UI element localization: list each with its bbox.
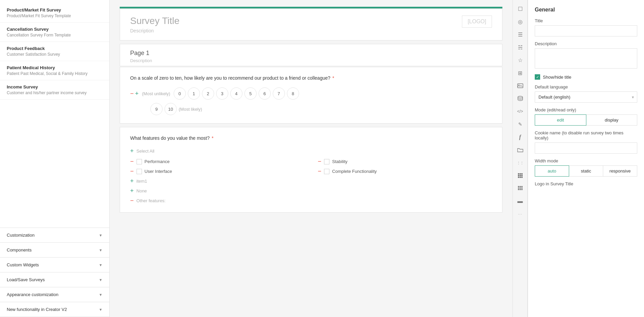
select-all-plus[interactable]: + (130, 148, 134, 155)
svg-rect-6 (518, 175, 519, 176)
cookie-name-label: Cookie name (to disable run survey two t… (535, 130, 637, 140)
svg-point-1 (518, 85, 519, 86)
nps-6[interactable]: 6 (259, 87, 271, 100)
nps-max-label: (Most likely) (179, 107, 202, 112)
right-panel: General Title Description ✓ Show/hide ti… (528, 0, 644, 317)
nps-plus-button[interactable]: + (135, 90, 139, 97)
grid3x3-icon[interactable] (514, 169, 526, 182)
question-nps-text: On a scale of zero to ten, how likely ar… (130, 75, 492, 81)
survey-item-sub-cancellation-survey: Cancellation Survey Form Template (7, 33, 103, 37)
nps-8[interactable]: 8 (287, 87, 299, 100)
table-icon[interactable]: ⊞ (514, 67, 526, 79)
show-hide-checkbox[interactable]: ✓ (535, 74, 540, 80)
accordion-custom-widgets[interactable]: Custom Widgets▼ (0, 258, 109, 272)
database-icon[interactable] (514, 93, 526, 105)
description-label: Description (535, 41, 637, 46)
code-icon[interactable]: </> (514, 105, 526, 117)
accordion-load-save[interactable]: Load/Save Surveys▼ (0, 272, 109, 287)
mode-edit-button[interactable]: edit (535, 114, 586, 126)
panel-icon[interactable]: ▬ (514, 195, 526, 207)
image-icon[interactable] (514, 80, 526, 92)
title-input[interactable] (535, 25, 637, 36)
svg-rect-13 (520, 186, 521, 187)
svg-rect-17 (521, 188, 523, 189)
mode-row: edit display (535, 114, 637, 126)
accordion-label-appearance: Appearance customization (7, 292, 58, 297)
survey-item-sub-patient-medical-history: Patient Past Medical, Social & Family Hi… (7, 71, 103, 76)
survey-item-patient-medical-history[interactable]: Patient Medical HistoryPatient Past Medi… (0, 61, 109, 80)
target-icon[interactable]: ◎ (514, 16, 526, 28)
option-functionality-checkbox[interactable] (324, 169, 329, 174)
svg-rect-16 (520, 188, 521, 189)
description-textarea[interactable] (535, 48, 637, 69)
survey-item-cancellation-survey[interactable]: Cancellation SurveyCancellation Survey F… (0, 23, 109, 42)
nps-2[interactable]: 2 (202, 87, 214, 100)
width-responsive-button[interactable]: responsive (603, 165, 637, 177)
text-lines2-icon[interactable]: ☵ (514, 41, 526, 53)
dots2x3-icon[interactable]: ⋮⋮ (514, 157, 526, 169)
survey-item-title-product-feedback: Product Feedback (7, 46, 103, 51)
nps-7[interactable]: 7 (273, 87, 285, 100)
survey-editor: Survey Title Description [LOGO] Page 1 D… (110, 0, 513, 317)
option-stability-label: Stability (332, 159, 348, 164)
more-icon[interactable]: ··· (514, 208, 526, 220)
accordion-customization[interactable]: Customization▼ (0, 228, 109, 243)
nps-controls: − + (130, 90, 139, 97)
nps-0[interactable]: 0 (174, 87, 186, 100)
survey-item-income-survey[interactable]: Income SurveyCustomer and his/her partne… (0, 80, 109, 100)
star-icon[interactable]: ☆ (514, 54, 526, 66)
nps-3[interactable]: 3 (216, 87, 228, 100)
width-auto-button[interactable]: auto (535, 165, 569, 177)
text-lines-icon[interactable]: ☰ (514, 28, 526, 41)
cookie-name-input[interactable] (535, 142, 637, 154)
option-functionality-minus[interactable]: − (318, 168, 322, 175)
mode-label: Mode (edit/read only) (535, 107, 637, 112)
survey-description: Description (130, 28, 492, 33)
survey-logo: [LOGO] (462, 16, 492, 28)
option-stability-checkbox[interactable] (324, 159, 329, 164)
panel-title: General (535, 7, 637, 13)
mode-display-button[interactable]: display (586, 114, 638, 126)
svg-rect-18 (518, 189, 519, 190)
nps-9[interactable]: 9 (150, 103, 163, 115)
width-static-button[interactable]: static (569, 165, 603, 177)
default-language-wrapper: Default (english) English French German … (535, 91, 637, 103)
option-other-row: − Other features: (130, 197, 492, 204)
signature-icon[interactable]: ✎ (514, 118, 526, 130)
accordion-label-load-save: Load/Save Surveys (7, 277, 45, 282)
title-label: Title (535, 18, 637, 23)
svg-rect-12 (518, 186, 519, 187)
option-ui-minus[interactable]: − (130, 168, 134, 175)
font-icon[interactable]: f (514, 131, 526, 143)
option-item1-plus[interactable]: + (130, 178, 134, 185)
chevron-icon-components: ▼ (99, 248, 103, 252)
question-checkbox: What features do you value the most? * +… (120, 127, 502, 213)
option-none-plus[interactable]: + (130, 187, 134, 194)
accordion-new-functionality[interactable]: New functionality in Creator V2▼ (0, 302, 109, 317)
folder-icon[interactable] (514, 144, 526, 156)
option-ui-checkbox[interactable] (137, 169, 142, 174)
select-all-row: + Select All (130, 148, 492, 155)
accordion-appearance[interactable]: Appearance customization▼ (0, 287, 109, 302)
option-item1-label: item1 (137, 179, 147, 184)
numpad-icon[interactable] (514, 182, 526, 194)
option-performance-checkbox[interactable] (137, 159, 142, 164)
checkbox-icon[interactable]: ☐ (514, 3, 526, 15)
default-language-select[interactable]: Default (english) English French German … (535, 91, 637, 103)
option-other-minus[interactable]: − (130, 197, 134, 204)
survey-item-product-market-fit[interactable]: Product/Market Fit SurveyProduct/Market … (0, 3, 109, 23)
nps-1[interactable]: 1 (188, 87, 200, 100)
nps-5[interactable]: 5 (244, 87, 257, 100)
nps-10[interactable]: 10 (165, 103, 177, 115)
required-marker: * (331, 75, 334, 81)
nps-4[interactable]: 4 (230, 87, 242, 100)
option-stability-minus[interactable]: − (318, 158, 322, 165)
survey-item-product-feedback[interactable]: Product FeedbackCustomer Satisfaction Su… (0, 42, 109, 61)
nps-minus-button[interactable]: − (130, 90, 134, 97)
svg-rect-20 (521, 189, 523, 190)
option-performance-minus[interactable]: − (130, 158, 134, 165)
survey-title: Survey Title (130, 16, 492, 26)
accordion-label-new-functionality: New functionality in Creator V2 (7, 307, 67, 312)
accordion-components[interactable]: Components▼ (0, 243, 109, 258)
show-hide-label: Show/hide title (543, 75, 572, 80)
